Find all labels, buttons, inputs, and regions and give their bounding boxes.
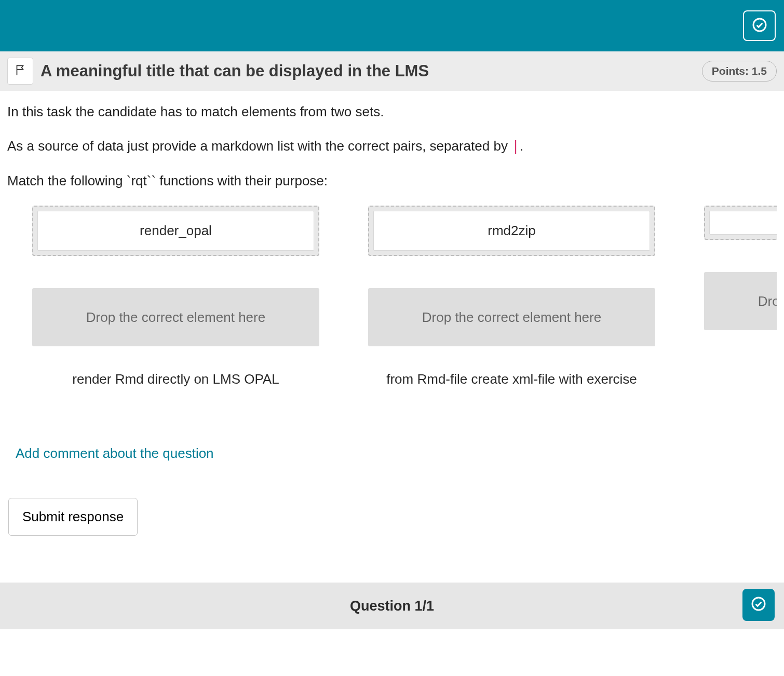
finish-test-button-bottom[interactable] — [742, 589, 775, 621]
drop-target-1[interactable]: Drop the correct element here — [368, 288, 655, 346]
drop-target-0[interactable]: Drop the correct element here — [32, 288, 319, 346]
check-circle-icon — [751, 17, 768, 35]
flag-icon — [13, 63, 27, 79]
drag-chip-1[interactable]: rmd2zip — [373, 211, 650, 251]
target-label-0: render Rmd directly on LMS OPAL — [67, 370, 284, 388]
question-header: A meaningful title that can be displayed… — [0, 51, 784, 91]
footer-bar: Question 1/1 — [0, 583, 784, 629]
pipe-code: | — [511, 138, 520, 154]
flag-question-button[interactable] — [7, 58, 33, 85]
svg-point-0 — [753, 19, 766, 31]
svg-point-1 — [752, 598, 765, 610]
top-bar — [0, 0, 784, 51]
paragraph-1: In this task the candidate has to match … — [7, 102, 777, 121]
drag-source-1: rmd2zip — [368, 206, 655, 256]
points-badge: Points: 1.5 — [702, 61, 777, 82]
paragraph-2-lead: As a source of data just provide a markd… — [7, 138, 511, 154]
submit-response-button[interactable]: Submit response — [8, 498, 138, 536]
match-column-2: Drop the correct element here from Rmd-f… — [704, 206, 777, 388]
match-row: render_opal Drop the correct element her… — [7, 206, 777, 388]
target-label-1: from Rmd-file create xml-file with exerc… — [381, 370, 642, 388]
drag-source-0: render_opal — [32, 206, 319, 256]
match-column-0: render_opal Drop the correct element her… — [32, 206, 319, 388]
add-comment-link[interactable]: Add comment about the question — [16, 445, 214, 462]
drop-target-2[interactable]: Drop the correct element here — [704, 272, 777, 330]
question-indicator: Question 1/1 — [350, 598, 434, 614]
paragraph-3: Match the following `rqt`` functions wit… — [7, 171, 777, 190]
check-circle-icon — [750, 596, 767, 614]
paragraph-2-tail: . — [520, 138, 523, 154]
question-body: In this task the candidate has to match … — [0, 91, 784, 557]
finish-test-button-top[interactable] — [743, 10, 776, 41]
drag-chip-2[interactable] — [709, 211, 777, 235]
question-title: A meaningful title that can be displayed… — [40, 62, 695, 80]
match-column-1: rmd2zip Drop the correct element here fr… — [368, 206, 655, 388]
drag-chip-0[interactable]: render_opal — [37, 211, 314, 251]
paragraph-2: As a source of data just provide a markd… — [7, 137, 777, 155]
drag-source-2 — [704, 206, 777, 240]
